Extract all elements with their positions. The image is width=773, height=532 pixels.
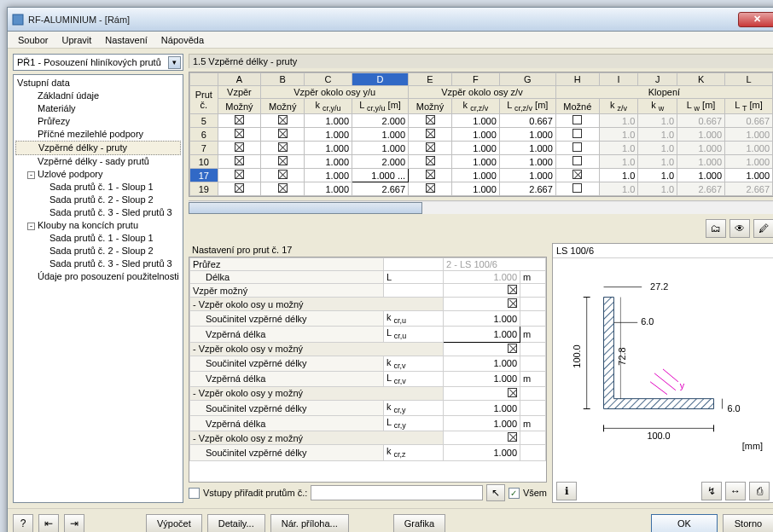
checkbox-icon[interactable] bbox=[572, 129, 582, 138]
tree-node[interactable]: Sada prutů č. 2 - Sloup 2 bbox=[15, 245, 181, 257]
tree-node[interactable]: Sada prutů č. 2 - Sloup 2 bbox=[15, 194, 181, 206]
expander-icon[interactable]: - bbox=[193, 299, 196, 309]
expander-icon[interactable]: - bbox=[193, 344, 196, 354]
table-row[interactable]: 171.0001.000 ...1.0001.0001.01.01.0001.0… bbox=[190, 169, 773, 182]
settings-row[interactable]: Součinitel vzpěrné délkyk cr,z1.000 bbox=[190, 445, 546, 460]
tree-node[interactable]: Vstupní data bbox=[15, 77, 181, 90]
checkbox-icon[interactable] bbox=[278, 142, 288, 152]
table-row[interactable]: 51.0002.0001.0000.6671.01.00.6670.667 bbox=[190, 114, 773, 128]
pick-members-button[interactable]: ↖ bbox=[486, 484, 505, 501]
tree-node[interactable]: Sada prutů č. 3 - Sled prutů 3 bbox=[15, 257, 181, 270]
settings-grid[interactable]: Průřez2 - LS 100/6DélkaL1.000mVzpěr možn… bbox=[189, 257, 547, 483]
settings-row[interactable]: DélkaL1.000m bbox=[190, 271, 546, 284]
assign-input[interactable] bbox=[311, 485, 483, 500]
cancel-button[interactable]: Storno bbox=[723, 514, 773, 532]
tree-node[interactable]: Materiály bbox=[15, 102, 181, 115]
tree-node[interactable]: Základní údaje bbox=[15, 90, 181, 102]
expander-icon[interactable]: - bbox=[193, 433, 196, 443]
checkbox-icon[interactable] bbox=[508, 432, 517, 442]
checkbox-icon[interactable] bbox=[508, 344, 517, 353]
checkbox-icon[interactable] bbox=[508, 388, 517, 397]
checkbox-icon[interactable] bbox=[235, 142, 244, 152]
annex-button[interactable]: Nár. příloha... bbox=[270, 514, 349, 532]
checkbox-icon[interactable] bbox=[426, 115, 435, 124]
table-row[interactable]: 101.0002.0001.0001.0001.01.01.0001.000 bbox=[190, 155, 773, 169]
picker-button[interactable]: 🖉 bbox=[753, 219, 773, 238]
tree-node[interactable]: Vzpěrné délky - sady prutů bbox=[15, 155, 181, 168]
ok-button[interactable]: OK bbox=[651, 514, 718, 532]
tree-node[interactable]: Vzpěrné délky - pruty bbox=[15, 141, 181, 155]
tree-node[interactable]: -Klouby na koncích prutu bbox=[15, 219, 181, 232]
tree-node[interactable]: Údaje pro posouzení použitelnosti bbox=[15, 270, 181, 283]
checkbox-icon[interactable] bbox=[235, 170, 244, 179]
menu-soubor[interactable]: Soubor bbox=[11, 33, 55, 47]
checkbox-icon[interactable] bbox=[508, 298, 517, 308]
checkbox-icon[interactable] bbox=[235, 129, 244, 138]
graphics-button[interactable]: Grafika bbox=[393, 514, 445, 532]
dim-button[interactable]: ↔ bbox=[725, 482, 746, 500]
print-button[interactable]: ⎙ bbox=[749, 482, 770, 500]
settings-row[interactable]: Vzpěrná délkaL cr,v1.000m bbox=[190, 371, 546, 386]
menu-upravit[interactable]: Upravit bbox=[55, 33, 98, 47]
details-button[interactable]: Detaily... bbox=[207, 514, 265, 532]
expander-icon[interactable]: - bbox=[27, 223, 35, 230]
tree-node[interactable]: Sada prutů č. 1 - Sloup 1 bbox=[15, 181, 181, 194]
table-row[interactable]: 71.0001.0001.0001.0001.01.01.0001.000 bbox=[190, 142, 773, 155]
expander-icon[interactable]: - bbox=[193, 388, 196, 398]
tree-node[interactable]: Průřezy bbox=[15, 115, 181, 128]
checkbox-icon[interactable] bbox=[278, 129, 288, 138]
settings-row[interactable]: Vzpěr možný bbox=[190, 284, 546, 298]
settings-row[interactable]: - Vzpěr okolo osy z možný bbox=[190, 431, 546, 445]
view-button[interactable]: 👁 bbox=[729, 219, 750, 238]
checkbox-icon[interactable] bbox=[426, 142, 435, 152]
checkbox-icon[interactable] bbox=[508, 285, 517, 294]
settings-row[interactable]: Součinitel vzpěrné délkyk cr,u1.000 bbox=[190, 311, 546, 327]
menu-nastaveni[interactable]: Nastavení bbox=[98, 33, 154, 47]
checkbox-icon[interactable] bbox=[426, 156, 435, 165]
checkbox-icon[interactable] bbox=[426, 183, 435, 193]
settings-row[interactable]: - Vzpěr okolo osy y možný bbox=[190, 386, 546, 400]
assign-checkbox[interactable] bbox=[189, 488, 200, 499]
settings-row[interactable]: Vzpěrná délkaL cr,u1.000m bbox=[190, 327, 546, 342]
checkbox-icon[interactable] bbox=[572, 170, 582, 179]
checkbox-icon[interactable] bbox=[278, 183, 288, 193]
top-grid[interactable]: ABCDEFGHIJKLPrutč.VzpěrVzpěr okolo osy y… bbox=[189, 72, 773, 197]
checkbox-icon[interactable] bbox=[278, 170, 288, 179]
checkbox-icon[interactable] bbox=[572, 156, 582, 165]
settings-row[interactable]: Průřez2 - LS 100/6 bbox=[190, 258, 546, 271]
next-button[interactable]: ⇥ bbox=[64, 514, 84, 532]
expander-icon[interactable]: - bbox=[27, 171, 35, 179]
menu-napoveda[interactable]: Nápověda bbox=[154, 33, 211, 47]
settings-row[interactable]: - Vzpěr okolo osy u možný bbox=[190, 298, 546, 311]
all-checkbox[interactable] bbox=[509, 488, 520, 499]
calc-button[interactable]: Výpočet bbox=[146, 514, 202, 532]
settings-row[interactable]: Součinitel vzpěrné délkyk cr,y1.000 bbox=[190, 400, 546, 415]
table-row[interactable]: 61.0001.0001.0001.0001.01.01.0001.000 bbox=[190, 128, 773, 142]
checkbox-icon[interactable] bbox=[235, 183, 244, 193]
case-combo[interactable]: PŘ1 - Posouzení hliníkových prutů ▾ bbox=[13, 54, 183, 71]
checkbox-icon[interactable] bbox=[572, 183, 582, 193]
tree-node[interactable]: Příčné mezilehlé podpory bbox=[15, 128, 181, 141]
table-row[interactable]: 191.0002.6671.0002.6671.01.02.6672.667 bbox=[190, 182, 773, 196]
axes-button[interactable]: ↯ bbox=[701, 482, 722, 500]
checkbox-icon[interactable] bbox=[278, 156, 288, 165]
checkbox-icon[interactable] bbox=[572, 115, 582, 124]
checkbox-icon[interactable] bbox=[235, 156, 244, 165]
info-button[interactable]: ℹ bbox=[556, 482, 577, 500]
tree-node[interactable]: Sada prutů č. 3 - Sled prutů 3 bbox=[15, 206, 181, 219]
checkbox-icon[interactable] bbox=[572, 142, 582, 152]
settings-row[interactable]: - Vzpěr okolo osy v možný bbox=[190, 342, 546, 356]
checkbox-icon[interactable] bbox=[278, 115, 288, 124]
settings-row[interactable]: Součinitel vzpěrné délkyk cr,v1.000 bbox=[190, 356, 546, 371]
checkbox-icon[interactable] bbox=[426, 129, 435, 138]
prev-button[interactable]: ⇤ bbox=[38, 514, 59, 532]
close-button[interactable]: ✕ bbox=[738, 12, 773, 27]
tree-node[interactable]: Sada prutů č. 1 - Sloup 1 bbox=[15, 232, 181, 245]
tree-node[interactable]: -Uzlové podpory bbox=[15, 168, 181, 181]
nav-tree[interactable]: Vstupní dataZákladní údajeMateriályPrůře… bbox=[13, 74, 183, 503]
checkbox-icon[interactable] bbox=[235, 115, 244, 124]
filter-button[interactable]: 🗂 bbox=[706, 219, 726, 238]
settings-row[interactable]: Vzpěrná délkaL cr,y1.000m bbox=[190, 416, 546, 431]
horizontal-scrollbar[interactable] bbox=[189, 200, 773, 214]
help-button[interactable]: ? bbox=[13, 514, 33, 532]
